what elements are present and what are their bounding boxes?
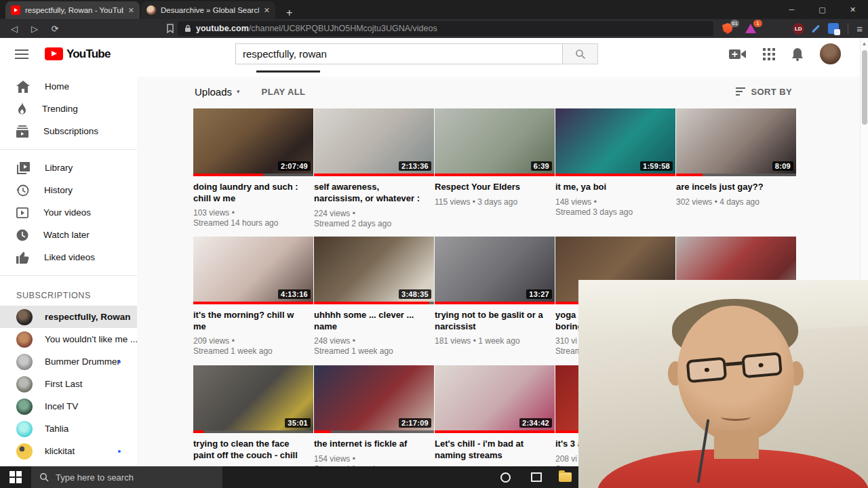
video-title[interactable]: doing laundry and such : chill w me — [193, 182, 313, 204]
sidebar-item-history[interactable]: History — [0, 179, 137, 201]
video-date: Streamed 1 week ago — [193, 346, 313, 357]
url-field[interactable]: youtube.com/channel/UC8KPQBUJhO5HMcojtu3… — [178, 21, 713, 36]
youtube-play-icon — [45, 47, 63, 60]
video-title[interactable]: trying not to be gaslit or a narcissist — [435, 310, 555, 332]
sidebar-item-your-videos[interactable]: Your videos — [0, 201, 137, 224]
video-card[interactable]: 2:17:09 the internet is fickle af 154 vi… — [314, 365, 434, 476]
watch-progress-track — [435, 430, 555, 433]
sidebar-item-subscriptions[interactable]: Subscriptions — [0, 120, 137, 142]
sidebar-item-trending[interactable]: Trending — [0, 98, 137, 120]
sort-by-button[interactable]: SORT BY — [736, 87, 792, 97]
scrollbar-thumb[interactable] — [862, 50, 867, 125]
extension-translate-icon[interactable] — [826, 21, 841, 36]
sidebar-item-liked-videos[interactable]: Liked videos — [0, 246, 137, 268]
extension-pencil-icon[interactable] — [808, 21, 823, 36]
watch-progress-track — [193, 430, 313, 433]
watch-progress-track — [193, 302, 313, 304]
video-thumbnail[interactable]: 3:48:35 — [314, 237, 434, 304]
video-thumbnail[interactable]: 4:13:16 — [193, 237, 313, 304]
tab-close-icon[interactable]: ✕ — [264, 6, 270, 15]
triangle-badge: 1 — [753, 20, 762, 27]
subscription-incel-tv[interactable]: Incel TV — [0, 395, 137, 418]
forward-button[interactable]: ▷ — [26, 24, 43, 34]
video-card[interactable]: 35:01 trying to clean the face paint off… — [193, 365, 313, 476]
watch-progress-fill — [435, 302, 555, 304]
maximize-button[interactable]: ▢ — [807, 0, 837, 19]
play-all-button[interactable]: PLAY ALL — [262, 87, 306, 97]
subscription-tahlia[interactable]: Tahlia — [0, 418, 137, 440]
chevron-down-icon[interactable]: ▾ — [237, 88, 240, 95]
bookmark-icon[interactable] — [165, 24, 175, 33]
browser-tab-youtube[interactable]: respectfully, Rowan - YouTube ✕ — [5, 1, 140, 19]
video-title[interactable]: Let's chill - i'm bad at naming streams — [435, 439, 555, 461]
video-card[interactable]: 4:13:16 it's the morning? chill w me 209… — [193, 237, 313, 357]
video-title[interactable]: the internet is fickle af — [314, 439, 434, 450]
video-card[interactable]: 2:34:42 Let's chill - i'm bad at naming … — [435, 365, 555, 476]
duration-badge: 3:48:35 — [399, 289, 431, 299]
new-tab-button[interactable]: + — [282, 7, 296, 19]
watch-progress-track — [435, 302, 555, 304]
video-card[interactable]: 3:48:35 uhhhh some ... clever ... name 2… — [314, 237, 434, 357]
video-thumbnail[interactable]: 2:34:42 — [435, 365, 555, 433]
video-card[interactable]: 13:27 trying not to be gaslit or a narci… — [435, 237, 555, 357]
scrollbar-up-arrow[interactable]: ▲ — [861, 38, 868, 47]
video-title[interactable]: it me, ya boi — [555, 182, 675, 193]
task-view-shape — [531, 472, 542, 482]
taskbar-search[interactable]: Type here to search — [31, 466, 222, 488]
hamburger-menu-icon[interactable] — [15, 49, 28, 59]
back-button[interactable]: ◁ — [5, 24, 23, 34]
video-thumbnail[interactable]: 2:13:36 — [314, 108, 434, 176]
video-thumbnail[interactable]: 1:59:58 — [555, 108, 675, 176]
watch-progress-track — [314, 174, 434, 176]
subscription-klickitat[interactable]: klickitat — [0, 440, 137, 462]
watch-progress-track — [435, 174, 555, 176]
watch-progress-fill — [314, 302, 429, 304]
adblock-triangle-icon[interactable]: 1 — [743, 21, 758, 36]
video-card[interactable]: 6:39 Respect Your Elders 115 views • 3 d… — [435, 108, 555, 229]
browser-tab-desuarchive[interactable]: Desuarchive » Global Search » Sea ✕ — [141, 1, 275, 19]
search-button[interactable] — [563, 43, 598, 64]
uploads-dropdown[interactable]: Uploads — [195, 86, 232, 98]
subscription-you-wouldnt-like-me[interactable]: You wouldn't like me ... — [0, 328, 137, 350]
video-thumbnail[interactable]: 13:27 — [435, 237, 555, 304]
video-card[interactable]: 2:13:36 self awareness, narcissism, or w… — [314, 108, 434, 229]
sidebar-item-library[interactable]: Library — [0, 157, 137, 179]
video-card[interactable]: 2:07:49 doing laundry and such : chill w… — [193, 108, 313, 229]
video-title[interactable]: it's the morning? chill w me — [193, 310, 313, 332]
extension-ld-icon[interactable]: LD — [791, 21, 806, 36]
start-button[interactable] — [0, 466, 31, 488]
account-avatar[interactable] — [820, 43, 841, 64]
video-card[interactable]: 1:59:58 it me, ya boi 148 views • Stream… — [555, 108, 675, 229]
tab-close-icon[interactable]: ✕ — [128, 6, 134, 15]
minimize-button[interactable]: ─ — [776, 0, 807, 19]
sidebar-item-watch-later[interactable]: Watch later — [0, 224, 137, 246]
subscription-first-last[interactable]: First Last — [0, 373, 137, 395]
video-thumbnail[interactable]: 6:39 — [435, 108, 555, 176]
reload-button[interactable]: ⟳ — [46, 24, 64, 34]
video-title[interactable]: are incels just gay?? — [676, 182, 796, 193]
brave-shield-icon[interactable]: 61 — [720, 21, 735, 36]
apps-grid-icon[interactable] — [763, 48, 775, 60]
video-thumbnail[interactable]: 2:07:49 — [193, 108, 313, 176]
sidebar-item-home[interactable]: Home — [0, 75, 137, 98]
notifications-bell-icon[interactable] — [791, 47, 804, 61]
video-card[interactable]: 8:09 are incels just gay?? 302 views • 4… — [676, 108, 796, 229]
create-video-icon[interactable] — [729, 48, 747, 60]
video-title[interactable]: Respect Your Elders — [435, 182, 555, 193]
channel-name: klickitat — [45, 446, 75, 456]
youtube-logo[interactable]: YouTube — [45, 47, 111, 61]
search-input[interactable] — [235, 43, 563, 64]
video-thumbnail[interactable]: 2:17:09 — [314, 365, 434, 433]
subscription-respectfully-rowan[interactable]: respectfully, Rowan — [0, 306, 137, 328]
video-title[interactable]: uhhhh some ... clever ... name — [314, 310, 434, 332]
cortana-icon[interactable] — [491, 466, 519, 488]
video-title[interactable]: self awareness, narcissism, or whatever … — [314, 182, 434, 205]
close-button[interactable]: ✕ — [837, 0, 868, 19]
browser-menu-icon[interactable]: ≡ — [856, 23, 863, 35]
video-title[interactable]: trying to clean the face paint off the c… — [193, 439, 313, 462]
video-thumbnail[interactable]: 8:09 — [676, 108, 796, 176]
task-view-icon[interactable] — [522, 466, 551, 488]
video-thumbnail[interactable]: 35:01 — [193, 365, 313, 433]
subscription-bummer-drummer[interactable]: Bummer Drummer — [0, 350, 137, 373]
file-explorer-icon[interactable] — [551, 466, 579, 488]
